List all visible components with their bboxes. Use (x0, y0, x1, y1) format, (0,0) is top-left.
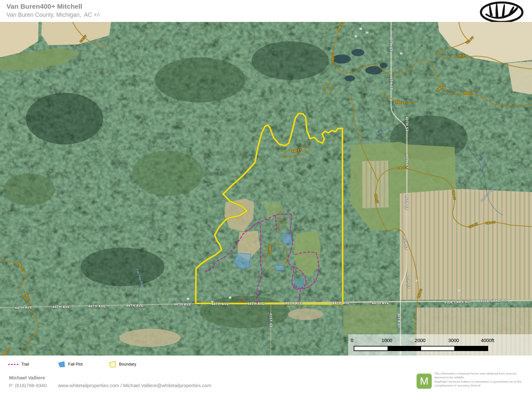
road-label: 40TH ST (389, 75, 393, 90)
road-label: 44TH AVE (212, 302, 229, 306)
map-artwork (0, 22, 532, 356)
legend-label: Trail (21, 362, 29, 367)
map-export-page: Van Buren400+ Mitchell Van Buren County,… (0, 0, 532, 411)
legend-label: Boundary (119, 362, 136, 367)
scale-segment (421, 347, 454, 350)
bottom-panel: TrailFall PlotBoundary Michael Valliere … (0, 356, 532, 411)
mapright-initial: M (420, 375, 429, 387)
road-label: 44TH AVE (126, 304, 143, 308)
scale-tick-label: 2000 (415, 338, 425, 343)
scale-bar: 01000200030004000ft (348, 334, 532, 356)
scale-segment (354, 347, 388, 350)
legend-item-fall-plot: Fall Plot (57, 360, 83, 368)
legend-item-trail: Trail (8, 360, 29, 368)
agent-phone: P: (616)788-9340 (9, 383, 47, 388)
legend-label: Fall Plot (68, 362, 83, 367)
road-label: 44TH AVE (285, 301, 302, 305)
scale-segment (388, 347, 421, 350)
aerial-map: 44TH AVE44TH AVE44TH AVE44TH AVE44TH AVE… (0, 22, 532, 356)
road-label: 40TH ST (389, 37, 393, 52)
scale-tick-label: 1000 (381, 338, 392, 343)
contour-label: 690 FT (486, 220, 496, 225)
scale-segment (454, 347, 488, 350)
boundary-swatch-icon (108, 360, 117, 368)
scale-tick-label: 3000 (448, 338, 459, 343)
road-label: 44TH AVE (372, 301, 389, 305)
scale-bar-segments (354, 346, 488, 351)
trail-swatch-icon (8, 364, 19, 365)
scale-tick-label: 0 (351, 338, 353, 343)
page-title: Van Buren400+ Mitchell (6, 3, 82, 10)
road-label: 44TH AVE (247, 302, 265, 306)
scale-tick-label: 4000ft (481, 338, 494, 343)
road-label: 41ST ST (269, 313, 273, 328)
whitetail-properties-antler-logo (479, 1, 524, 23)
fall-plot-swatch-icon (57, 360, 66, 368)
road-label: 40TH ST (405, 195, 409, 210)
road-label: 40TH ST (397, 313, 401, 328)
road-label: 44TH AVE (15, 305, 32, 310)
header: Van Buren400+ Mitchell Van Buren County,… (0, 0, 532, 22)
road-label: 44TH AVE (88, 304, 106, 308)
road-label: 40TH ST (405, 117, 409, 132)
mapright-logo: M (417, 374, 432, 389)
agent-website-email: www.whitetailproperties.com / Michael.Va… (58, 383, 211, 388)
road-label: 44TH AVE (174, 302, 191, 306)
agent-name: Michael Valliere (9, 375, 45, 380)
mapright-disclaimer: The information contained herein was obt… (434, 372, 531, 387)
road-label: 44TH AVE (53, 305, 70, 309)
page-subtitle: Van Buren County, Michigan, AC +/- (6, 12, 101, 18)
road-label: 44TH AVE (332, 301, 350, 305)
legend-item-boundary: Boundary (108, 360, 136, 368)
